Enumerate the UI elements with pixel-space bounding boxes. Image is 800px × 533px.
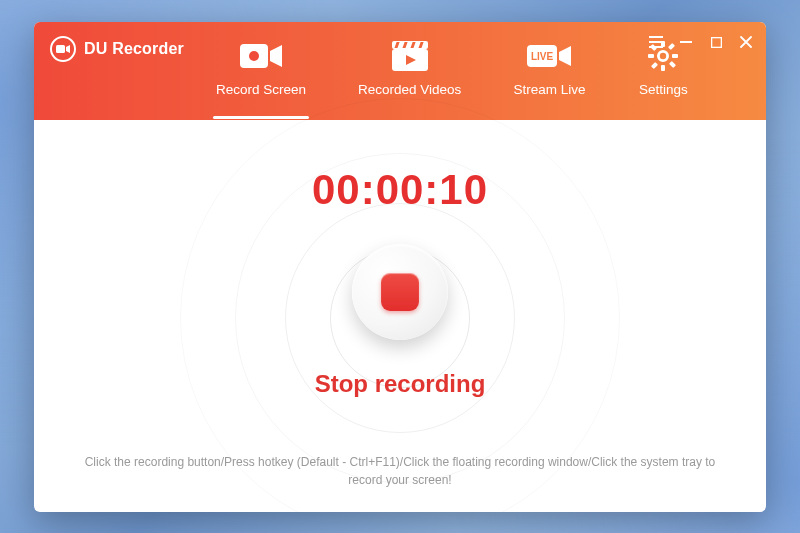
tab-label: Record Screen [216, 82, 306, 97]
svg-rect-12 [661, 65, 665, 71]
app-window: DU Recorder Record Screen Recorded Video… [34, 22, 766, 512]
svg-rect-22 [680, 41, 692, 43]
svg-rect-19 [649, 36, 663, 38]
tab-stream-live[interactable]: LIVE Stream Live [501, 32, 597, 109]
header-bar: DU Recorder Record Screen Recorded Video… [34, 22, 766, 120]
window-controls [648, 34, 754, 50]
minimize-button[interactable] [678, 34, 694, 50]
menu-icon[interactable] [648, 34, 664, 50]
recording-timer: 00:00:10 [312, 166, 488, 214]
stop-icon [381, 273, 419, 311]
tab-bar: Record Screen Recorded Videos LIVE Strea… [204, 32, 701, 109]
clapper-play-icon [384, 38, 436, 74]
svg-rect-21 [649, 46, 663, 48]
svg-point-2 [249, 51, 259, 61]
tab-label: Settings [639, 82, 688, 97]
svg-rect-23 [711, 37, 721, 47]
svg-rect-20 [649, 41, 663, 43]
video-camera-icon [235, 38, 287, 74]
tab-label: Stream Live [513, 82, 585, 97]
svg-rect-0 [56, 45, 65, 53]
close-button[interactable] [738, 34, 754, 50]
svg-rect-18 [651, 62, 658, 69]
svg-rect-13 [648, 54, 654, 58]
stop-recording-button[interactable] [352, 244, 448, 340]
svg-rect-14 [672, 54, 678, 58]
svg-rect-16 [669, 61, 676, 68]
tab-recorded-videos[interactable]: Recorded Videos [346, 32, 473, 109]
tab-label: Recorded Videos [358, 82, 461, 97]
live-camera-icon: LIVE [523, 38, 575, 74]
logo-area: DU Recorder [34, 22, 200, 76]
app-title: DU Recorder [84, 40, 184, 58]
maximize-button[interactable] [708, 34, 724, 50]
hint-text: Click the recording button/Press hotkey … [34, 453, 766, 490]
svg-text:LIVE: LIVE [531, 51, 554, 62]
recording-status-label: Stop recording [315, 370, 486, 398]
tab-record-screen[interactable]: Record Screen [204, 32, 318, 109]
content-area: 00:00:10 Stop recording Click the record… [34, 120, 766, 512]
app-logo-icon [50, 36, 76, 62]
